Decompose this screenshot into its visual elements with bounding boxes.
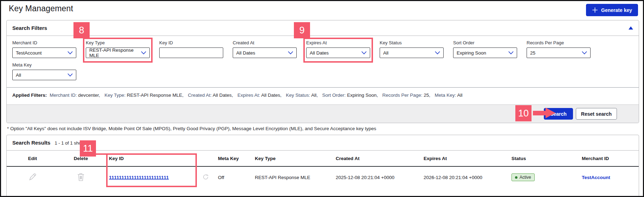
col-key-id: Key ID xyxy=(109,156,193,161)
cell-key-type: REST-API Response MLE xyxy=(255,175,336,180)
col-created-at: Created At xyxy=(336,156,424,161)
col-delete: Delete xyxy=(53,156,109,161)
chevron-down-icon xyxy=(67,50,73,56)
col-edit: Edit xyxy=(12,156,53,161)
filter-created-at: Created At All Dates xyxy=(233,40,297,58)
cell-meta-key: Off xyxy=(218,175,255,180)
col-expires-at: Expires At xyxy=(424,156,511,161)
sort-order-select[interactable]: Expiring Soon xyxy=(453,47,517,58)
plus-icon xyxy=(592,7,598,13)
expires-at-select[interactable]: All Dates xyxy=(306,47,370,58)
cell-created-at: 2025-12-08 20:21:04 +0000 xyxy=(336,175,424,180)
generate-key-label: Generate key xyxy=(601,7,632,13)
key-type-label: Key Type xyxy=(86,40,150,46)
created-at-label: Created At xyxy=(233,40,297,46)
col-status: Status xyxy=(511,156,582,161)
key-status-select[interactable]: All xyxy=(380,47,444,58)
search-results-title: Search Results xyxy=(12,140,50,146)
search-button[interactable]: Search xyxy=(544,108,573,120)
chevron-down-icon xyxy=(67,72,73,78)
expires-at-label: Expires At xyxy=(306,40,370,46)
edit-icon[interactable] xyxy=(28,172,37,181)
results-table-header: Edit Delete Key ID Meta Key Key Type Cre… xyxy=(7,151,639,167)
generate-key-button[interactable]: Generate key xyxy=(586,4,638,16)
sort-order-label: Sort Order xyxy=(453,40,517,46)
rotate-key-icon[interactable] xyxy=(202,174,209,180)
chevron-down-icon xyxy=(508,50,514,56)
cell-expires-at: 2026-12-08 20:21:04 +0000 xyxy=(424,175,511,180)
search-filters-panel: Search Filters Merchant ID TestAccount K… xyxy=(6,20,639,123)
status-badge: Active xyxy=(511,173,535,181)
filters-footer-bar: Search Reset search xyxy=(7,104,639,123)
chevron-down-icon xyxy=(141,50,146,56)
created-at-select[interactable]: All Dates xyxy=(233,47,297,58)
applied-filters: Applied Filters:Merchant IDdevcenterKey … xyxy=(7,88,639,104)
search-filters-header: Search Filters xyxy=(7,20,639,36)
delete-icon[interactable] xyxy=(77,172,85,182)
key-type-select[interactable]: REST-API Response MLE xyxy=(86,47,150,58)
reset-search-button[interactable]: Reset search xyxy=(576,108,617,120)
page-title: Key Management xyxy=(9,4,73,13)
filter-key-status: Key Status All xyxy=(380,40,444,58)
filter-row-1: Merchant ID TestAccount Key Type REST-AP… xyxy=(7,36,639,58)
meta-key-label: Meta Key xyxy=(12,62,76,68)
all-keys-note: * Option "All Keys" does not include ISV… xyxy=(7,126,644,132)
key-id-input[interactable] xyxy=(159,47,223,58)
records-per-page-select[interactable]: 25 xyxy=(527,47,591,58)
filter-meta-key: Meta Key All xyxy=(12,62,76,80)
filter-records-per-page: Records Per Page 25 xyxy=(527,40,591,58)
search-results-panel: Search Results 1 - 1 of 1 shown Edit Del… xyxy=(6,135,639,197)
merchant-id-label: Merchant ID xyxy=(12,40,76,46)
key-management-screen: Key Management Generate key Search Filte… xyxy=(0,0,644,197)
active-dot-icon xyxy=(515,176,517,179)
key-id-label: Key ID xyxy=(159,40,223,46)
chevron-down-icon xyxy=(288,50,293,56)
merchant-id-link[interactable]: TestAccount xyxy=(582,175,610,180)
search-results-header: Search Results 1 - 1 of 1 shown xyxy=(7,135,639,151)
key-status-label: Key Status xyxy=(380,40,444,46)
chevron-down-icon xyxy=(361,50,367,56)
chevron-down-icon xyxy=(582,50,587,56)
chevron-down-icon xyxy=(435,50,440,56)
result-count: 1 - 1 of 1 shown xyxy=(54,140,87,146)
filter-key-id: Key ID xyxy=(159,40,223,58)
records-per-page-label: Records Per Page xyxy=(527,40,591,46)
col-merchant-id: Merchant ID xyxy=(582,156,633,161)
key-id-link[interactable]: 111111111111111111111111 xyxy=(109,175,169,180)
col-meta-key: Meta Key xyxy=(218,156,255,161)
filter-row-2: Meta Key All xyxy=(7,58,639,80)
filter-expires-at: Expires At All Dates xyxy=(306,40,370,58)
top-bar: Key Management Generate key xyxy=(0,0,644,19)
search-filters-title: Search Filters xyxy=(12,25,47,31)
result-row: 111111111111111111111111 Off REST-API Re… xyxy=(7,167,639,188)
results-table: Edit Delete Key ID Meta Key Key Type Cre… xyxy=(7,151,639,188)
collapse-caret-icon[interactable] xyxy=(629,26,633,30)
merchant-id-select[interactable]: TestAccount xyxy=(12,47,76,58)
meta-key-select[interactable]: All xyxy=(12,70,76,80)
filter-merchant-id: Merchant ID TestAccount xyxy=(12,40,76,58)
applied-filters-label: Applied Filters: xyxy=(12,93,47,98)
filter-sort-order: Sort Order Expiring Soon xyxy=(453,40,517,58)
col-key-type: Key Type xyxy=(255,156,336,161)
filter-key-type: Key Type REST-API Response MLE xyxy=(86,40,150,58)
